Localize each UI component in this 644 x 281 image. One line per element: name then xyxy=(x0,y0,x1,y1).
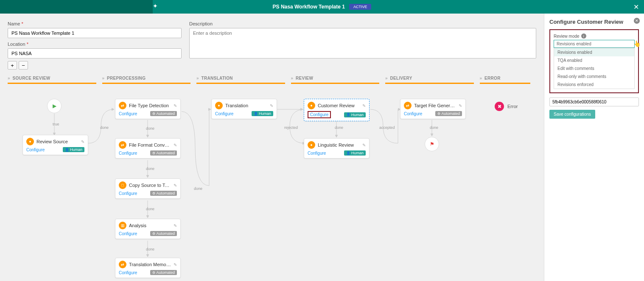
automated-tag: ⚙Automated xyxy=(150,150,177,156)
copy-icon: □ xyxy=(119,181,126,189)
lane-title: PREPROCESSING xyxy=(107,76,146,81)
configure-link[interactable]: Configure xyxy=(308,111,331,118)
node-analysis[interactable]: ▥Analysis✎ Configure⚙Automated xyxy=(115,219,181,239)
lane-title: SOURCE REVIEW xyxy=(13,76,50,81)
person-icon: ● xyxy=(26,138,34,145)
node-file-format[interactable]: ⇄File Format Conversion✎ Configure⚙Autom… xyxy=(115,138,181,159)
sparkle-icon: ✦ xyxy=(153,3,158,9)
swap-icon: ⇄ xyxy=(119,102,126,109)
configure-link[interactable]: Configure xyxy=(119,191,137,196)
save-button[interactable]: Save configurations xyxy=(549,110,595,119)
person-icon: ● xyxy=(308,102,315,109)
error-icon: ✖ xyxy=(495,102,504,111)
edit-icon[interactable]: ✎ xyxy=(174,103,177,108)
swap-icon: ⇄ xyxy=(119,261,126,268)
edit-icon[interactable]: ✎ xyxy=(81,139,84,144)
edge-label: done xyxy=(145,126,156,131)
person-icon: ● xyxy=(308,141,315,149)
edit-icon[interactable]: ✎ xyxy=(459,103,462,108)
edge-label: done xyxy=(428,125,440,130)
chart-icon: ▥ xyxy=(119,222,126,229)
id-input[interactable] xyxy=(549,97,639,106)
lane-title: TRANSLATION xyxy=(202,76,233,81)
configure-link[interactable]: Configure xyxy=(26,147,45,152)
workspace: Name * Location * + − Description »SOURC… xyxy=(0,14,544,281)
name-input[interactable] xyxy=(8,28,182,38)
automated-tag: ⚙Automated xyxy=(150,231,177,236)
location-label: Location * xyxy=(8,42,182,47)
node-tm-match[interactable]: ⇄Translation Memory Mat...✎ Configure⚙Au… xyxy=(115,258,181,278)
configure-link[interactable]: Configure xyxy=(215,111,233,116)
page-title: PS Nasa Workflow Template 1 xyxy=(273,4,345,10)
dropdown-option[interactable]: TQA enabled xyxy=(554,56,634,64)
edge-label: true xyxy=(51,122,61,126)
edit-icon[interactable]: ✎ xyxy=(270,103,273,108)
node-translation[interactable]: ●Translation✎ Configure👤Human xyxy=(211,99,277,119)
dropdown-option[interactable]: Edit with comments xyxy=(554,64,634,72)
human-tag: 👤Human xyxy=(344,150,366,156)
edit-icon[interactable]: ✎ xyxy=(174,143,177,147)
lane-title: ERROR xyxy=(484,76,501,81)
node-copy-source[interactable]: □Copy Source to Target✎ Configure⚙Automa… xyxy=(115,178,181,199)
review-mode-label: Review mode i xyxy=(554,33,635,39)
person-icon: ● xyxy=(215,102,223,109)
edit-icon[interactable]: ✎ xyxy=(174,223,177,228)
edit-icon[interactable]: ✎ xyxy=(362,143,366,147)
remove-button[interactable]: − xyxy=(19,61,28,70)
add-button[interactable]: + xyxy=(8,61,17,70)
name-label: Name * xyxy=(8,21,182,26)
description-label: Description xyxy=(189,21,536,26)
configure-link[interactable]: Configure xyxy=(119,270,137,275)
configure-link[interactable]: Configure xyxy=(119,231,137,236)
chevron-icon: » xyxy=(102,76,105,81)
info-icon[interactable]: i xyxy=(581,33,586,39)
close-icon[interactable]: ✕ xyxy=(633,3,639,11)
logo-area xyxy=(0,0,153,14)
review-mode-select[interactable]: Revisions enabled xyxy=(554,40,635,48)
edge-label: done xyxy=(145,207,156,211)
edge-label: rejected xyxy=(283,125,299,130)
workflow-canvas[interactable]: ▶ true ●Review Source✎ Configure👤Human d… xyxy=(8,84,536,281)
configure-link[interactable]: Configure xyxy=(119,151,137,156)
node-target-gen[interactable]: ⇄Target File Generation✎ Configure⚙Autom… xyxy=(400,99,466,119)
location-input[interactable] xyxy=(8,48,182,58)
node-review-source[interactable]: ●Review Source✎ Configure👤Human xyxy=(22,135,88,155)
status-badge: ACTIVE xyxy=(349,4,372,10)
start-node[interactable]: ▶ xyxy=(47,99,62,113)
swap-icon: ⇄ xyxy=(404,102,412,109)
panel-title: Configure Customer Review xyxy=(549,19,639,25)
node-file-type[interactable]: ⇄File Type Detection✎ Configure⚙Automate… xyxy=(115,99,181,119)
configure-link[interactable]: Configure xyxy=(404,111,422,116)
edit-icon[interactable]: ✎ xyxy=(174,183,177,188)
automated-tag: ⚙Automated xyxy=(435,111,462,116)
edit-icon[interactable]: ✎ xyxy=(362,103,366,108)
edge-label: done xyxy=(193,186,204,191)
config-panel: Configure Customer Review ✕ Review mode … xyxy=(544,14,644,281)
edit-icon[interactable]: ✎ xyxy=(174,262,177,267)
lane-title: DELIVERY xyxy=(390,76,412,81)
node-customer-review[interactable]: ●Customer Review✎ Configure👤Human xyxy=(304,99,370,121)
end-node[interactable]: ⚑ xyxy=(425,137,439,151)
configure-link[interactable]: Configure xyxy=(119,111,137,116)
human-tag: 👤Human xyxy=(63,147,84,152)
human-tag: 👤Human xyxy=(344,112,366,117)
close-icon[interactable]: ✕ xyxy=(634,18,640,24)
edge-label: accepted xyxy=(378,125,396,130)
edge-label: done xyxy=(99,125,110,130)
pointer-cursor-icon: 👆 xyxy=(633,40,641,47)
chevron-icon: » xyxy=(291,76,294,81)
edge-label: done xyxy=(145,167,156,171)
description-input[interactable] xyxy=(189,28,536,58)
chevron-icon: » xyxy=(8,76,10,81)
node-error[interactable]: ✖ Error xyxy=(495,102,518,111)
review-mode-dropdown: Revisions enabled TQA enabled Edit with … xyxy=(554,48,635,89)
dropdown-option[interactable]: Revisions enabled xyxy=(554,48,634,56)
swap-icon: ⇄ xyxy=(119,141,126,149)
chevron-icon: » xyxy=(480,76,482,81)
chevron-icon: » xyxy=(385,76,388,81)
dropdown-option[interactable]: Read-only with comments xyxy=(554,72,634,81)
node-linguistic[interactable]: ●Linguistic Review✎ Configure👤Human xyxy=(304,138,370,159)
configure-link[interactable]: Configure xyxy=(308,151,326,156)
lane-title: REVIEW xyxy=(296,76,313,81)
dropdown-option[interactable]: Revisions enforced xyxy=(554,81,634,89)
